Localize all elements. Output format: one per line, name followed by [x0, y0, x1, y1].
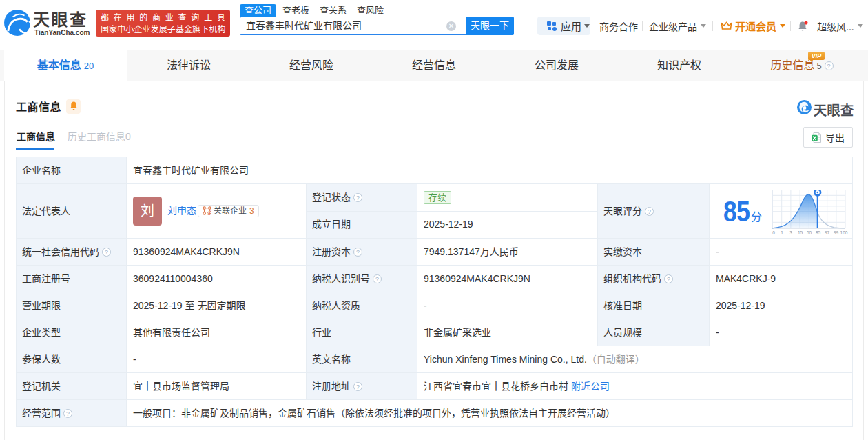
svg-text:97: 97	[825, 230, 830, 235]
svg-text:0: 0	[772, 230, 775, 235]
svg-text:15: 15	[798, 230, 803, 235]
svg-text:100: 100	[840, 230, 848, 235]
svg-text:3: 3	[789, 230, 792, 235]
svg-text:1: 1	[781, 230, 783, 235]
svg-text:99: 99	[834, 230, 839, 235]
svg-text:企: 企	[207, 210, 212, 215]
svg-text:85: 85	[816, 230, 821, 235]
svg-text:50: 50	[807, 230, 812, 235]
